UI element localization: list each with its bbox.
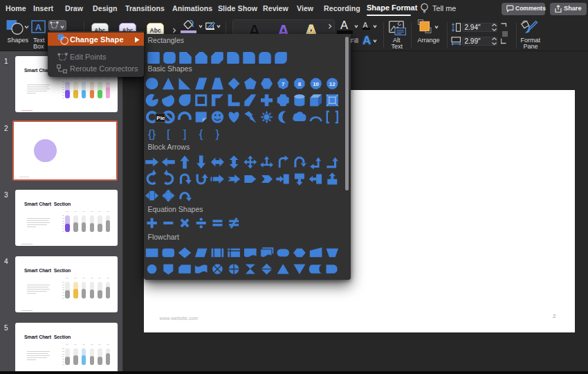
svg-text:12: 12 (329, 81, 335, 87)
svg-text:Flowchart: Flowchart (147, 233, 179, 241)
svg-text:Basic Shapes: Basic Shapes (147, 64, 192, 73)
svg-text:10: 10 (313, 81, 319, 87)
svg-text:{}: {} (147, 127, 156, 141)
svg-text:7: 7 (281, 81, 284, 87)
svg-text:[: [ (166, 127, 169, 141)
svg-text:Block Arrows: Block Arrows (147, 143, 190, 151)
svg-text:{: { (199, 127, 203, 141)
svg-text:8: 8 (297, 81, 301, 87)
svg-text:Equation Shapes: Equation Shapes (147, 205, 203, 213)
svg-text:A: A (35, 22, 42, 33)
svg-text:}: } (215, 127, 219, 141)
svg-text:Rectangles: Rectangles (147, 36, 184, 44)
svg-text:]: ] (183, 127, 186, 141)
